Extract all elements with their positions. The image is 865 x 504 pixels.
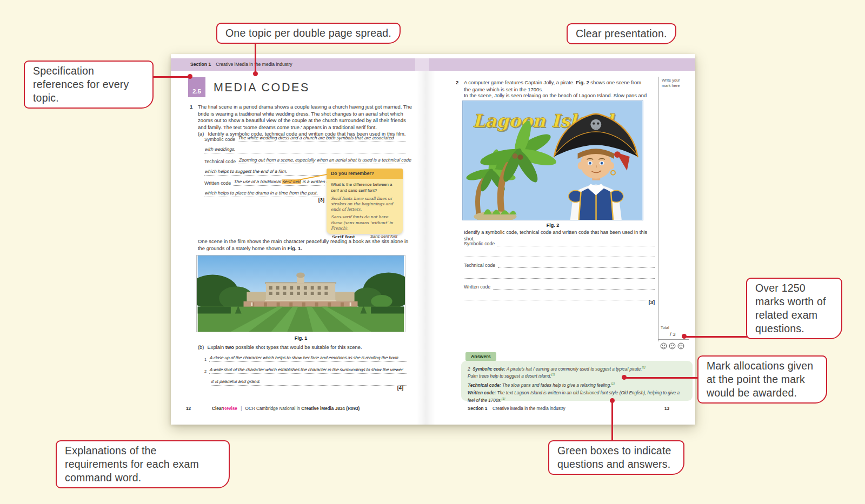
technical-code-row2: which helps to suggest the end of a film… [204, 168, 322, 176]
remember-box-body: What is the difference between a serif a… [327, 179, 403, 239]
shot-type-answer1-row: 1 A close up of the character which help… [204, 354, 407, 362]
marks-b: [4] [386, 385, 403, 391]
technical-answer-line1: Zooming out from a scene, especially whe… [238, 157, 406, 164]
stately-home-illustration [197, 256, 405, 332]
course-name-pre: OCR Cambridge National in [245, 406, 302, 411]
question1-part-b: (b) Explain two possible shot types that… [198, 344, 414, 351]
mark-point-sup: [1] [611, 382, 615, 385]
question2-text: A computer game features Captain Jolly, … [464, 79, 647, 93]
part-b-post: possible shot types that would be suitab… [234, 344, 362, 350]
fig1-reference: Fig. 1. [288, 245, 302, 251]
written-answer-pre: The use of a traditional [234, 179, 282, 184]
remember-point1: Serif fonts have small lines or strokes … [331, 196, 398, 212]
q2-written-row2 [464, 293, 655, 300]
shot-type-answer2-row2: it is peaceful and grand. [211, 378, 407, 386]
mark-point-sup: [1] [642, 366, 645, 369]
total-label: Total [661, 325, 669, 331]
answer-symbolic-label: Symbolic code: [473, 367, 505, 372]
left-footer-brand: ClearRevise | OCR Cambridge National in … [212, 406, 360, 411]
q2-technical-blank-line2[interactable] [464, 278, 655, 279]
symbolic-code-row: Symbolic code The white wedding dress an… [204, 135, 406, 142]
neutral-face-icon[interactable] [669, 342, 676, 350]
shot-type-answer1: A close up of the character which helps … [209, 355, 407, 362]
write-mark-line1: Write your [662, 78, 692, 83]
page-right: 2 A computer game features Captain Jolly… [433, 54, 695, 425]
topic-number-badge: 2.5 [188, 77, 205, 97]
symbolic-answer-line1: The white wedding dress and a church are… [238, 135, 406, 142]
q2-symbolic-blank-line[interactable] [497, 246, 655, 246]
total-value: / 3 [670, 331, 676, 337]
answers-box: 2 Symbolic code: A pirate's hat / earrin… [461, 361, 693, 401]
write-mark-note: Write your mark here [662, 78, 692, 88]
answer-symbolic-text1: A pirate's hat / earring are commonly us… [507, 367, 642, 372]
callout-spec-refs: Specification references for every topic… [24, 61, 154, 109]
right-footer-section-title: Creative iMedia in the media industry [493, 406, 565, 411]
answer-written: Written code: The text Lagoon Island is … [468, 390, 686, 404]
fig2-caption: Fig. 2 [462, 223, 643, 228]
q2-technical-row: Technical code [464, 260, 655, 268]
answer-technical-label: Technical code: [468, 382, 501, 387]
answer-q-number: 2 [468, 367, 470, 372]
answer-technical: Technical code: The slow pans and fades … [468, 381, 686, 388]
symbolic-code-row2: with weddings. [204, 146, 406, 153]
callout-one-topic: One topic per double page spread. [216, 23, 401, 44]
remember-box-title: Do you remember? [327, 169, 403, 179]
connector-dot-over-marks [682, 334, 687, 339]
part-b-text: Explain two possible shot types that wou… [207, 344, 362, 351]
technical-code-row: Technical code Zooming out from a scene,… [204, 157, 406, 164]
page-left: 2.5 MEDIA CODES 1 The final scene in a p… [171, 54, 433, 425]
page-title: MEDIA CODES [214, 81, 310, 95]
written-code-row: Written code The use of a traditional se… [204, 178, 324, 186]
margin-rule [658, 77, 658, 341]
answer-written-label: Written code: [468, 391, 496, 395]
q2-symbolic-row: Symbolic code [464, 239, 655, 246]
mark-point-sup: [1] [502, 397, 505, 400]
total-underline [658, 339, 689, 340]
connector-spec-refs [152, 76, 190, 78]
shot-type-answer2-line2: it is peaceful and grand. [211, 379, 407, 386]
question1-text: The final scene in a period drama shows … [198, 104, 413, 131]
callout-green-boxes: Green boxes to indicate questions and an… [548, 440, 684, 475]
callout-explanations: Explanations of the requirements for eac… [56, 440, 230, 488]
right-footer-section-label: Section 1 [468, 406, 487, 411]
q2-written-blank-line[interactable] [493, 289, 655, 290]
q2-technical-blank-line[interactable] [498, 267, 655, 268]
book-spread: Section 1Creative iMedia in the media in… [171, 54, 695, 425]
remember-point2: Sans-serif fonts do not have these (sans… [331, 214, 398, 231]
written-answer-line2: which helps to place the drama in a time… [204, 190, 324, 197]
q2-written-row: Written code [464, 282, 655, 290]
fig1-stately-home-photo [196, 255, 405, 332]
callout-over-marks: Over 1250 marks worth of related exam qu… [746, 278, 842, 339]
answers-tab: Answers [465, 352, 496, 361]
connector-over-marks-h [686, 336, 750, 338]
callout-clear-presentation: Clear presentation. [567, 23, 676, 44]
part-b-label: (b) [198, 344, 204, 351]
topic-number: 2.5 [192, 88, 201, 95]
connector-mark-alloc [626, 377, 697, 379]
answer-written-text: The text Lagoon Island is written in an … [468, 391, 680, 402]
connector-dot-green-boxes [610, 398, 615, 403]
connector-dot-one-topic [253, 71, 258, 76]
remember-question: What is the difference between a serif a… [331, 182, 398, 193]
connector-dot-spec-refs [188, 74, 192, 79]
callout-mark-alloc: Mark allocations given at the point the … [697, 355, 827, 404]
connector-dot-mark-alloc [622, 375, 627, 380]
q2-marks: [3] [637, 300, 655, 305]
mark-point-sup: [1] [551, 373, 555, 376]
written-code-row2: which helps to place the drama in a time… [204, 190, 324, 197]
left-page-number: 12 [186, 406, 191, 411]
answer-symbolic-text2: Palm trees help to suggest a desert isla… [468, 374, 551, 379]
answer1-number: 1 [204, 357, 207, 362]
happy-face-icon[interactable] [677, 342, 684, 350]
q2-symbolic-blank-line2[interactable] [464, 257, 655, 257]
shot-type-answer2-line1: A wide shot of the character which estab… [209, 367, 407, 374]
q2-technical-row2 [464, 271, 655, 279]
self-assessment-faces [660, 342, 684, 350]
promo-canvas: Section 1Creative iMedia in the media in… [0, 0, 865, 504]
sad-face-icon[interactable] [660, 342, 667, 350]
fig1-caption: Fig. 1 [196, 335, 405, 341]
lagoon-island-illustration: Lagoon Island Lagoon Island [463, 101, 643, 220]
q2-written-blank-line2[interactable] [464, 300, 655, 300]
right-page-number: 13 [664, 406, 669, 411]
q2-symbolic-row2 [464, 250, 655, 257]
